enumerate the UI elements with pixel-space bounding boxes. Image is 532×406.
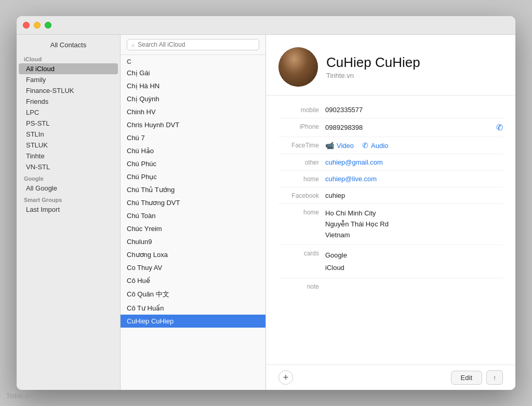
- search-icon: ⌕: [131, 42, 135, 48]
- facetime-row: 📹 Video ✆ Audio: [325, 141, 388, 150]
- contact-item[interactable]: Chương Loxa: [121, 248, 265, 261]
- facetime-audio-label: Audio: [371, 142, 388, 150]
- share-button[interactable]: ↑: [486, 370, 503, 385]
- address-line-2: Nguyễn Thái Học Rd: [325, 219, 503, 230]
- label-facebook: Facebook: [278, 192, 325, 199]
- label-home-email: home: [278, 175, 325, 183]
- search-input-wrap[interactable]: ⌕: [127, 39, 259, 50]
- contact-group-letter: C: [121, 55, 265, 66]
- watermark: Tinhte.vn: [6, 393, 32, 400]
- contact-item[interactable]: Cô Huế: [121, 274, 265, 287]
- sidebar-section-icloud: iCloud: [17, 53, 120, 63]
- close-button[interactable]: [23, 22, 30, 29]
- detail-footer: + Edit ↑: [266, 364, 515, 390]
- detail-panel: CuHiep CuHiep Tinhte.vn mobile 090233557…: [266, 35, 515, 390]
- sidebar-item-lpc[interactable]: LPC: [19, 107, 118, 118]
- value-home-email[interactable]: cuhiep@live.com: [325, 175, 503, 183]
- all-contacts-label[interactable]: All Contacts: [17, 39, 120, 53]
- contact-full-name: CuHiep CuHiep: [326, 55, 420, 71]
- sidebar-item-all-icloud[interactable]: All iCloud: [19, 63, 118, 74]
- detail-header: CuHiep CuHiep Tinhte.vn: [266, 35, 515, 96]
- field-mobile: mobile 0902335577: [278, 102, 503, 118]
- value-mobile[interactable]: 0902335577: [325, 106, 503, 114]
- field-facetime: FaceTime 📹 Video ✆ Audio: [278, 137, 503, 154]
- address-line-1: Ho Chi Minh City: [325, 208, 503, 219]
- sidebar-item-friends[interactable]: Friends: [19, 96, 118, 107]
- label-note: note: [278, 282, 325, 290]
- detail-fields: mobile 0902335577 iPhone 0989298398 ✆ Fa…: [266, 96, 515, 364]
- contact-list-scroll: C Chị GáiChị Hà HNChị QuỳnhChinh HVChris…: [121, 55, 265, 390]
- contact-item[interactable]: Chulun9: [121, 235, 265, 248]
- contact-item[interactable]: Chúc Yreim: [121, 222, 265, 235]
- contact-item[interactable]: Chị Gái: [121, 66, 265, 79]
- label-other: other: [278, 158, 325, 166]
- contact-item[interactable]: Chú Phục: [121, 170, 265, 183]
- sidebar: All Contacts iCloudAll iCloudFamilyFinan…: [17, 35, 121, 390]
- minimize-button[interactable]: [34, 22, 41, 29]
- phone-icon[interactable]: ✆: [496, 123, 503, 132]
- sidebar-item-family[interactable]: Family: [19, 74, 118, 85]
- address-line-3: Vietnam: [325, 230, 503, 241]
- contact-item[interactable]: Chinh HV: [121, 105, 265, 118]
- avatar: [278, 47, 318, 87]
- card-icloud: iCloud: [325, 262, 503, 274]
- contact-item[interactable]: Chị Hà HN: [121, 79, 265, 92]
- label-mobile: mobile: [278, 106, 325, 114]
- contact-item[interactable]: Cô Tư Huấn: [121, 302, 265, 315]
- value-other-email[interactable]: cuhiep@gmail.com: [325, 158, 503, 166]
- contact-item[interactable]: Chị Quỳnh: [121, 92, 265, 105]
- contact-name-block: CuHiep CuHiep Tinhte.vn: [326, 55, 420, 79]
- app-window: All Contacts iCloudAll iCloudFamilyFinan…: [17, 16, 515, 390]
- field-home-email: home cuhiep@live.com: [278, 171, 503, 187]
- title-bar: [17, 16, 515, 35]
- contact-item[interactable]: Chú Thủ Tướng: [121, 183, 265, 196]
- contact-subtitle: Tinhte.vn: [326, 72, 420, 79]
- contact-item[interactable]: Chú Thương DVT: [121, 196, 265, 209]
- sidebar-item-tinhte[interactable]: Tinhte: [19, 151, 118, 161]
- value-iphone[interactable]: 0989298398: [325, 124, 363, 131]
- sidebar-item-finance-stluk[interactable]: Finance-STLUK: [19, 85, 118, 96]
- field-iphone: iPhone 0989298398 ✆: [278, 118, 503, 137]
- sidebar-item-stluk[interactable]: STLUK: [19, 140, 118, 151]
- sidebar-section-google: Google: [17, 172, 120, 183]
- maximize-button[interactable]: [45, 22, 51, 29]
- field-home-address: home Ho Chi Minh City Nguyễn Thái Học Rd…: [278, 204, 503, 245]
- field-other-email: other cuhiep@gmail.com: [278, 154, 503, 171]
- avatar-image: [278, 47, 318, 87]
- audio-icon: ✆: [362, 141, 368, 150]
- field-facebook: Facebook cuhiep: [278, 187, 503, 204]
- contact-item[interactable]: Chú Phúc: [121, 157, 265, 170]
- field-cards: cards Google iCloud: [278, 245, 503, 278]
- sidebar-item-last-import[interactable]: Last Import: [19, 204, 118, 215]
- contact-item[interactable]: Chú 7: [121, 131, 265, 144]
- label-facetime: FaceTime: [278, 141, 325, 149]
- main-content: All Contacts iCloudAll iCloudFamilyFinan…: [17, 35, 515, 390]
- value-cards: Google iCloud: [325, 249, 503, 274]
- value-iphone-row: 0989298398 ✆: [325, 123, 503, 132]
- video-icon: 📹: [325, 141, 334, 150]
- facetime-video-label: Video: [337, 142, 354, 150]
- label-iphone: iPhone: [278, 123, 325, 130]
- contact-item[interactable]: Chris Huynh DVT: [121, 118, 265, 131]
- facetime-audio-button[interactable]: ✆ Audio: [362, 141, 388, 150]
- field-note: note: [278, 278, 503, 294]
- edit-button[interactable]: Edit: [451, 371, 482, 385]
- contact-item[interactable]: Co Thuy AV: [121, 261, 265, 274]
- facetime-video-button[interactable]: 📹 Video: [325, 141, 354, 150]
- search-input[interactable]: [138, 41, 255, 48]
- contact-item[interactable]: Cô Quân 中文: [121, 287, 265, 302]
- contact-item[interactable]: Chú Toàn: [121, 209, 265, 222]
- contact-item[interactable]: Chú Hảo: [121, 144, 265, 157]
- sidebar-item-vn-stl[interactable]: VN-STL: [19, 161, 118, 172]
- contact-item[interactable]: CuHiep CuHiep: [121, 315, 265, 328]
- search-bar: ⌕: [121, 35, 265, 55]
- label-home-address: home: [278, 208, 325, 216]
- card-google: Google: [325, 249, 503, 261]
- value-facebook[interactable]: cuhiep: [325, 192, 503, 199]
- sidebar-item-ps-stl[interactable]: PS-STL: [19, 118, 118, 129]
- contact-list: ⌕ C Chị GáiChị Hà HNChị QuỳnhChinh HVChr…: [121, 35, 266, 390]
- sidebar-item-stlin[interactable]: STLIn: [19, 129, 118, 140]
- add-button[interactable]: +: [278, 370, 293, 385]
- label-cards: cards: [278, 249, 325, 257]
- sidebar-item-all-google[interactable]: All Google: [19, 183, 118, 194]
